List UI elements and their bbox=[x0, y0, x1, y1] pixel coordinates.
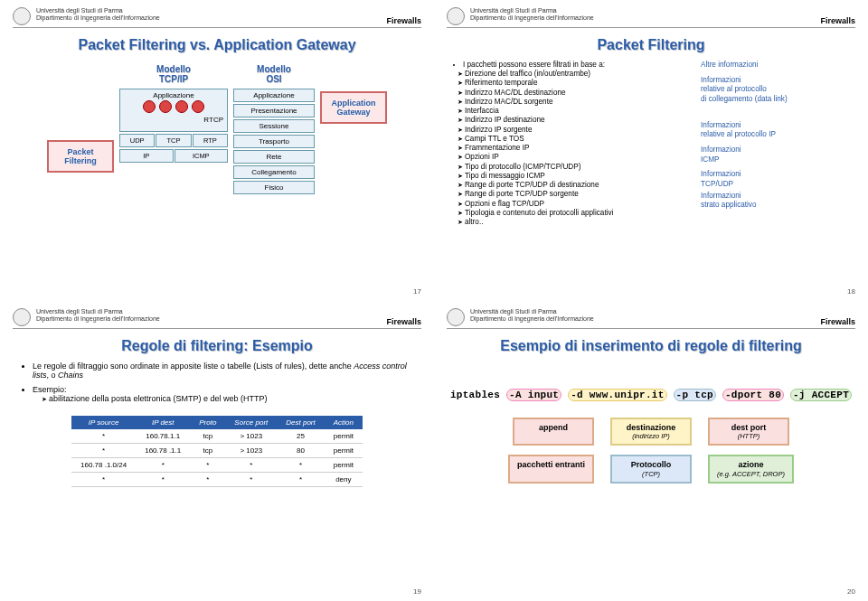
info-app: strato applicativo bbox=[701, 201, 852, 211]
filter-item: Campi TTL e TOS bbox=[458, 135, 692, 144]
proto-circle-icon bbox=[192, 100, 204, 113]
tcpip-app-layer: Applicazione RTCP bbox=[119, 89, 228, 132]
filter-item: Interfaccia bbox=[458, 107, 692, 116]
tcpip-udp: UDP bbox=[119, 134, 155, 147]
table-row: *160.78.1.1tcp> 102325permit bbox=[71, 429, 363, 444]
table-row: 160.78 .1.0/24****permit bbox=[71, 457, 363, 472]
info-tcp: Informazioni bbox=[701, 170, 852, 180]
cmd-append: -A input bbox=[506, 389, 561, 401]
filter-item: Opzioni e flag TCP/UDP bbox=[458, 200, 692, 209]
uni-name: Università degli Studi di Parma bbox=[36, 7, 381, 14]
th: IP source bbox=[71, 416, 136, 429]
filter-item: Indirizzo MAC/DL sorgente bbox=[458, 98, 692, 107]
tcpip-rtp: RTP bbox=[193, 134, 228, 147]
slide-header: Università degli Studi di Parma Dipartim… bbox=[447, 7, 855, 28]
proto-circle-icon bbox=[175, 100, 188, 113]
osi-layer: Rete bbox=[233, 150, 315, 164]
legend-pin: pacchetti entranti bbox=[508, 455, 594, 484]
uni-name: Università degli Studi di Parma bbox=[36, 308, 381, 315]
topic: Firewalls bbox=[386, 317, 421, 326]
uni-name: Università degli Studi di Parma bbox=[470, 308, 815, 315]
tcpip-h2: TCP/IP bbox=[159, 74, 188, 84]
table-row: *160.78 .1.1tcp> 102380permit bbox=[71, 443, 363, 457]
filter-item: Riferimento temporale bbox=[458, 79, 692, 88]
legend-append: append bbox=[513, 418, 594, 446]
proto-circle-icon bbox=[143, 100, 156, 113]
dept-name: Dipartimento di Ingegneria dell'Informaz… bbox=[36, 315, 381, 323]
bullet-1: Le regole di filtraggio sono ordinate in… bbox=[33, 362, 416, 380]
osi-layer: Sessione bbox=[233, 119, 315, 133]
info-icmp: Informazioni bbox=[701, 146, 852, 155]
info-other: Altre informazioni bbox=[701, 61, 852, 70]
page-number: 17 bbox=[413, 287, 421, 296]
filter-item: Range di porte TCP/UDP di destinazione bbox=[458, 181, 692, 190]
th: Proto bbox=[190, 416, 225, 429]
th: Sorce port bbox=[225, 416, 277, 429]
slide-19: Università degli Studi di Parma Dipartim… bbox=[0, 301, 434, 602]
th: Dest port bbox=[277, 416, 324, 429]
page-number: 20 bbox=[847, 587, 855, 596]
filter-item: Range di porte TCP/UDP sorgente bbox=[458, 190, 692, 199]
legend-dport: dest port(HTTP) bbox=[708, 418, 789, 446]
slide-header: Università degli Studi di Parma Dipartim… bbox=[13, 7, 421, 28]
filter-item: altro.. bbox=[458, 218, 692, 227]
info-ip: relative al protocollo IP bbox=[701, 130, 852, 140]
slide-title: Packet Filtering bbox=[447, 37, 855, 53]
info-dl: di collegamento (data link) bbox=[701, 95, 852, 105]
legend-action: azione(e.g. ACCEPT, DROP) bbox=[708, 455, 794, 484]
filter-item: Tipo di messaggio ICMP bbox=[458, 172, 692, 181]
slide-title: Packet Filtering vs. Application Gateway bbox=[13, 37, 421, 53]
tcpip-tcp: TCP bbox=[156, 134, 191, 147]
osi-layer: Applicazione bbox=[233, 89, 315, 102]
filter-item: Tipologia e contenuto dei protocolli app… bbox=[458, 209, 692, 218]
tcpip-app-label: Applicazione bbox=[122, 91, 225, 99]
bullet-2: Esempio: abilitazione della posta elettr… bbox=[33, 385, 416, 403]
tcpip-h1: Modello bbox=[156, 64, 191, 74]
university-logo bbox=[447, 7, 465, 25]
diagram: PacketFiltering ModelloTCP/IP Applicazio… bbox=[13, 64, 421, 194]
iptables-command: iptables -A input -d www.unipr.it -p tcp… bbox=[447, 389, 855, 401]
tcpip-ip: IP bbox=[119, 149, 174, 163]
page-number: 19 bbox=[413, 587, 421, 596]
slide-title: Regole di filtering: Esempio bbox=[13, 338, 421, 354]
info-icmp: ICMP bbox=[701, 155, 852, 165]
slide-18: Università degli Studi di Parma Dipartim… bbox=[434, 0, 868, 301]
packet-filtering-callout: PacketFiltering bbox=[47, 140, 114, 173]
slide-header: Università degli Studi di Parma Dipartim… bbox=[447, 308, 855, 329]
lead-bullet: I pacchetti possono essere filtrati in b… bbox=[463, 61, 692, 69]
rules-table: IP source IP dest Proto Sorce port Dest … bbox=[71, 416, 363, 487]
tcpip-rtcp: RTCP bbox=[122, 116, 225, 124]
info-dl: Informazioni bbox=[701, 76, 852, 86]
page-number: 18 bbox=[847, 287, 855, 296]
osi-h2: OSI bbox=[266, 74, 281, 84]
info-tcp: TCP/UDP bbox=[701, 180, 852, 190]
osi-layer: Collegamento bbox=[233, 165, 315, 179]
tcpip-icmp: ICMP bbox=[175, 149, 229, 163]
slide-17: Università degli Studi di Parma Dipartim… bbox=[0, 0, 434, 301]
table-row: *****deny bbox=[71, 472, 363, 486]
filter-item: Indirizzo MAC/DL destinazione bbox=[458, 89, 692, 98]
filter-item: Tipo di protocollo (ICMP/TCP/UDP) bbox=[458, 163, 692, 172]
osi-layer: Presentazione bbox=[233, 104, 315, 117]
info-dl: relative al protocollo bbox=[701, 85, 852, 95]
osi-h1: Modello bbox=[257, 64, 291, 74]
osi-layer: Fisico bbox=[233, 181, 315, 194]
cmd-dport: -dport 80 bbox=[722, 389, 784, 401]
topic: Firewalls bbox=[820, 317, 855, 326]
university-logo bbox=[447, 308, 465, 326]
university-logo bbox=[13, 308, 31, 326]
cmd-iptables: iptables bbox=[450, 390, 500, 400]
bullet-2-sub: abilitazione della posta elettronica (SM… bbox=[42, 394, 416, 403]
cmd-proto: -p tcp bbox=[674, 389, 716, 401]
uni-name: Università degli Studi di Parma bbox=[470, 7, 815, 14]
filter-item: Direzione del traffico (in/out/entrambe) bbox=[458, 70, 692, 79]
osi-layer: Trasporto bbox=[233, 135, 315, 148]
cmd-dest: -d www.unipr.it bbox=[568, 389, 667, 401]
topic: Firewalls bbox=[386, 16, 421, 25]
dept-name: Dipartimento di Ingegneria dell'Informaz… bbox=[470, 14, 815, 22]
app-gateway-callout: ApplicationGateway bbox=[320, 91, 387, 124]
university-logo bbox=[13, 7, 31, 25]
topic: Firewalls bbox=[820, 16, 855, 25]
filter-item: Opzioni IP bbox=[458, 153, 692, 162]
info-app: Informazioni bbox=[701, 192, 852, 202]
